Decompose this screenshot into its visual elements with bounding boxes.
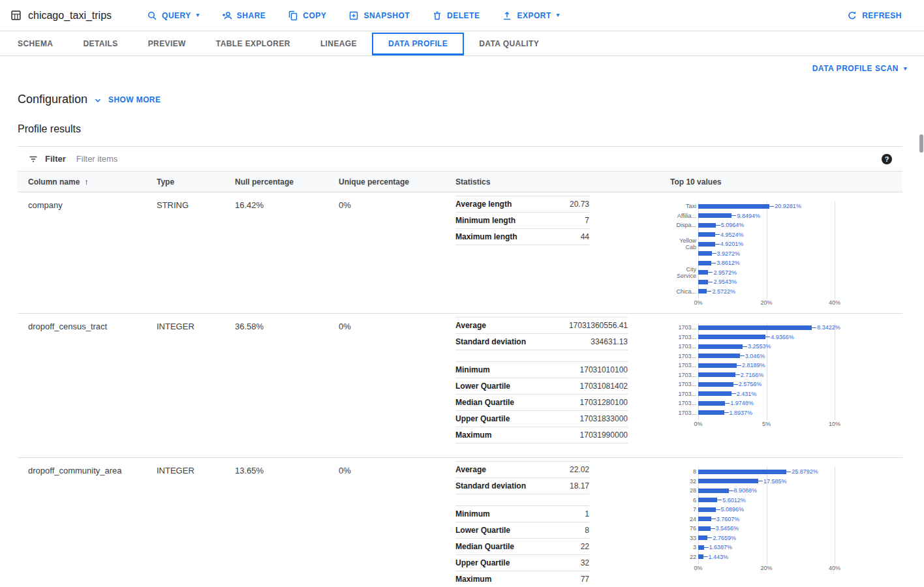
chevron-down-icon[interactable] bbox=[93, 96, 102, 105]
chart-bar bbox=[698, 382, 733, 387]
chart-category-label: 22 bbox=[670, 554, 696, 560]
stat-value: 22 bbox=[560, 539, 589, 555]
stat-value: 22.02 bbox=[560, 462, 589, 478]
tab-lineage[interactable]: LINEAGE bbox=[305, 31, 372, 55]
chart-leader-line bbox=[733, 384, 738, 385]
snapshot-button[interactable]: SNAPSHOT bbox=[341, 6, 418, 25]
chart-leader-line bbox=[703, 556, 708, 557]
toolbar-button-label: SHARE bbox=[237, 11, 266, 20]
chart-leader-line bbox=[707, 291, 711, 292]
stat-value: 8 bbox=[560, 522, 589, 539]
chart-category-label: Affilia... bbox=[670, 213, 696, 219]
tab-data-quality[interactable]: DATA QUALITY bbox=[464, 31, 554, 55]
stat-label: Minimum bbox=[455, 362, 549, 378]
null-percentage-cell: 13.65% bbox=[235, 458, 339, 587]
chart-leader-line bbox=[724, 412, 729, 413]
stat-value: 7 bbox=[557, 213, 589, 229]
table-row: dropoff_census_tractINTEGER36.58%0%Avera… bbox=[18, 314, 902, 458]
chart-value-label: 5.0964% bbox=[721, 222, 745, 228]
chart-axis-tick: 20% bbox=[760, 299, 772, 306]
chart-category-label: 1703... bbox=[670, 324, 696, 331]
chart-value-label: 25.8792% bbox=[792, 468, 818, 475]
column-header-column-name[interactable]: Column name ↑ bbox=[28, 172, 157, 192]
chart-leader-line bbox=[737, 365, 741, 366]
chart-leader-line bbox=[735, 374, 740, 375]
chart-bar-row: 1703...2.8189% bbox=[670, 361, 902, 370]
delete-button[interactable]: DELETE bbox=[424, 6, 487, 25]
chart-bar bbox=[698, 213, 732, 218]
profile-table-body: companySTRING16.42%0%Average length20.73… bbox=[18, 192, 902, 587]
delete-icon bbox=[432, 10, 442, 21]
tab-data-profile[interactable]: DATA PROFILE bbox=[372, 33, 464, 55]
show-more-link[interactable]: SHOW MORE bbox=[108, 95, 161, 104]
vertical-scrollbar[interactable] bbox=[919, 56, 924, 587]
chart-bar-row: 763.5456% bbox=[670, 524, 902, 534]
chart-leader-line bbox=[711, 519, 716, 519]
stat-label: Maximum bbox=[455, 427, 549, 444]
stat-value: 334631.13 bbox=[549, 334, 628, 350]
chart-value-label: 4.9524% bbox=[720, 232, 744, 238]
chart-axis: 0%20%40% bbox=[670, 565, 902, 574]
chart-bar-row: 243.7607% bbox=[670, 515, 902, 524]
chart-value-label: 2.9572% bbox=[713, 269, 737, 276]
stat-value: 1 bbox=[560, 506, 589, 522]
refresh-button[interactable]: REFRESH bbox=[839, 6, 910, 25]
share-button[interactable]: SHARE bbox=[214, 6, 274, 25]
chart-bar-row: 3217.585% bbox=[670, 477, 902, 487]
toolbar-button-label: EXPORT bbox=[517, 11, 551, 20]
chart-axis-tick: 0% bbox=[694, 565, 702, 571]
scan-bar: DATA PROFILE SCAN ▾ bbox=[0, 56, 924, 73]
stat-value: 17031833000 bbox=[549, 411, 628, 427]
top-values-cell: 1703...8.3422%1703...4.9366%1703...3.255… bbox=[670, 314, 902, 457]
stat-label: Minimum length bbox=[455, 213, 557, 229]
chart-value-label: 17.585% bbox=[763, 478, 787, 485]
data-profile-scan-label: DATA PROFILE SCAN bbox=[812, 64, 899, 73]
scrollbar-thumb[interactable] bbox=[919, 134, 923, 153]
refresh-label: REFRESH bbox=[862, 11, 902, 20]
sort-ascending-icon[interactable]: ↑ bbox=[84, 177, 89, 187]
chart-value-label: 3.046% bbox=[745, 353, 765, 359]
bar-chart: Taxi20.9281%Affilia...9.8494%Dispa...5.0… bbox=[670, 202, 902, 309]
stat-label: Average length bbox=[455, 196, 557, 213]
chart-bar-row: 221.443% bbox=[670, 552, 902, 562]
chart-value-label: 1.6387% bbox=[709, 544, 733, 550]
chart-bar bbox=[698, 363, 737, 368]
query-button[interactable]: QUERY▾ bbox=[139, 6, 208, 25]
stat-label: Maximum bbox=[455, 571, 560, 587]
chart-axis-tick: 40% bbox=[829, 565, 840, 571]
chart-bar bbox=[698, 270, 708, 275]
column-header-type[interactable]: Type bbox=[157, 172, 235, 192]
toolbar-button-label: DELETE bbox=[447, 11, 480, 20]
unique-percentage-cell: 0% bbox=[339, 192, 455, 313]
profile-results-title: Profile results bbox=[18, 123, 924, 135]
chart-category-label: 1703... bbox=[670, 391, 696, 397]
export-button[interactable]: EXPORT▾ bbox=[494, 6, 567, 25]
column-header-unique-percentage[interactable]: Unique percentage bbox=[339, 172, 455, 192]
help-icon[interactable]: ? bbox=[882, 154, 892, 164]
column-name-cell: dropoff_census_tract bbox=[28, 314, 157, 457]
chart-value-label: 2.5756% bbox=[739, 381, 762, 387]
dropdown-caret-icon: ▾ bbox=[196, 12, 200, 18]
chart-bar-row: 825.8792% bbox=[670, 467, 902, 477]
search-icon bbox=[147, 10, 157, 21]
data-profile-scan-button[interactable]: DATA PROFILE SCAN ▾ bbox=[812, 64, 907, 73]
column-header-null-percentage[interactable]: Null percentage bbox=[235, 172, 339, 192]
chart-leader-line bbox=[716, 509, 720, 510]
chart-value-label: 3.7607% bbox=[716, 516, 740, 522]
tab-details[interactable]: DETAILS bbox=[68, 31, 132, 55]
copy-button[interactable]: COPY bbox=[280, 6, 334, 25]
tab-table-explorer[interactable]: TABLE EXPLORER bbox=[201, 31, 305, 55]
table-row: companySTRING16.42%0%Average length20.73… bbox=[18, 192, 902, 314]
filter-icon bbox=[28, 154, 38, 164]
chart-bar bbox=[698, 335, 765, 339]
chart-bar-row: 1703...8.3422% bbox=[670, 323, 902, 333]
chart-value-label: 3.9272% bbox=[717, 250, 741, 257]
chart-category-label: 1703... bbox=[670, 334, 696, 340]
chart-leader-line bbox=[758, 481, 763, 481]
tab-schema[interactable]: SCHEMA bbox=[3, 31, 68, 55]
stat-label: Upper Quartile bbox=[455, 555, 560, 571]
tab-preview[interactable]: PREVIEW bbox=[133, 31, 201, 55]
filter-input[interactable] bbox=[76, 154, 874, 164]
table-icon bbox=[10, 10, 22, 21]
chart-axis-tick: 5% bbox=[762, 421, 771, 427]
